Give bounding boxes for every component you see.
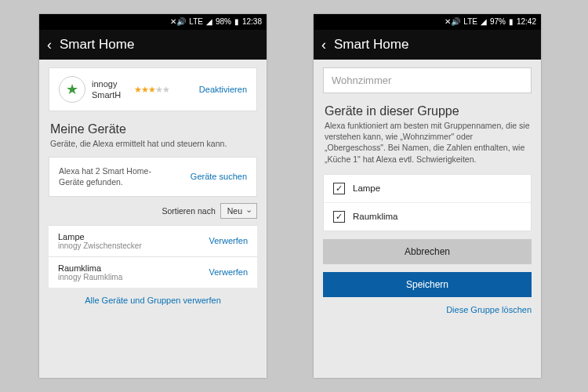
checkbox-checked-icon[interactable]: ✓ [333,211,345,223]
device-name: Raumklima [58,263,122,273]
page-title: Smart Home [334,37,408,53]
signal-icon: ◢ [206,18,212,26]
battery-icon: ▮ [509,18,514,26]
sort-value: Neu [227,206,242,216]
clock: 12:42 [517,18,536,26]
statusbar: ✕🔊 LTE ◢ 97% ▮ 12:42 [314,14,541,30]
statusbar: ✕🔊 LTE ◢ 98% ▮ 12:38 [39,14,267,30]
battery-pct: 97% [490,18,506,26]
lte-icon: LTE [189,18,203,26]
section-subtitle: Geräte, die Alexa ermittelt hat und steu… [50,138,256,149]
star-icon: ★ [59,76,85,103]
list-item[interactable]: ✓ Lampe [324,175,531,202]
content: ★ innogy SmartH ★★★★★ Deaktivieren Meine… [39,60,267,378]
skill-name-l2: SmartH [92,89,128,100]
battery-pct: 98% [216,18,231,26]
discard-link[interactable]: Verwerfen [209,236,248,245]
back-icon[interactable]: ‹ [321,37,326,53]
back-icon[interactable]: ‹ [47,37,52,53]
titlebar: ‹ Smart Home [39,30,267,60]
device-row[interactable]: Lampe innogy Zwischenstecker Verwerfen [49,225,257,256]
content: Wohnzimmer Geräte in dieser Gruppe Alexa… [314,60,541,378]
info-card: Alexa hat 2 Smart Home-Geräte gefunden. … [49,157,257,196]
sort-label: Sortieren nach [162,206,215,216]
device-sub: innogy Raumklima [58,273,122,281]
search-devices-link[interactable]: Geräte suchen [191,172,247,181]
device-sub: innogy Zwischenstecker [58,241,142,250]
list-item[interactable]: ✓ Raumklima [324,202,531,230]
rating-stars: ★★★★★ [134,85,169,95]
mute-icon: ✕🔊 [445,18,460,26]
cancel-button[interactable]: Abbrechen [323,239,532,264]
device-name: Lampe [58,232,142,241]
skill-name-l1: innogy [92,78,128,89]
group-name-input[interactable]: Wohnzimmer [323,67,532,93]
delete-group-link[interactable]: Diese Gruppe löschen [323,305,532,314]
discard-all-link[interactable]: Alle Geräte und Gruppen verwerfen [49,296,257,305]
section-title: Meine Geräte [50,122,257,136]
section-subtitle: Alexa funktioniert am besten mit Gruppen… [325,120,530,165]
battery-icon: ▮ [234,18,239,26]
device-checklist: ✓ Lampe ✓ Raumklima [323,174,532,231]
sort-select[interactable]: Neu [220,203,257,219]
discard-link[interactable]: Verwerfen [209,267,248,277]
save-button[interactable]: Speichern [323,272,532,297]
info-text: Alexa hat 2 Smart Home-Geräte gefunden. [59,165,153,187]
page-title: Smart Home [60,37,134,53]
checkbox-checked-icon[interactable]: ✓ [333,183,345,194]
list-item-label: Lampe [353,183,380,193]
skill-card[interactable]: ★ innogy SmartH ★★★★★ Deaktivieren [49,67,257,111]
device-row[interactable]: Raumklima innogy Raumklima Verwerfen [49,256,257,288]
clock: 12:38 [242,18,262,26]
signal-icon: ◢ [481,18,487,26]
lte-icon: LTE [463,18,477,26]
section-title: Geräte in dieser Gruppe [325,104,532,118]
deactivate-link[interactable]: Deaktivieren [199,85,247,94]
list-item-label: Raumklima [353,212,398,221]
phone-right: ✕🔊 LTE ◢ 97% ▮ 12:42 ‹ Smart Home Wohnzi… [314,14,541,378]
titlebar: ‹ Smart Home [314,30,541,60]
mute-icon: ✕🔊 [170,18,186,26]
sort-row: Sortieren nach Neu [49,203,257,219]
phone-left: ✕🔊 LTE ◢ 98% ▮ 12:38 ‹ Smart Home ★ inno… [39,14,267,378]
